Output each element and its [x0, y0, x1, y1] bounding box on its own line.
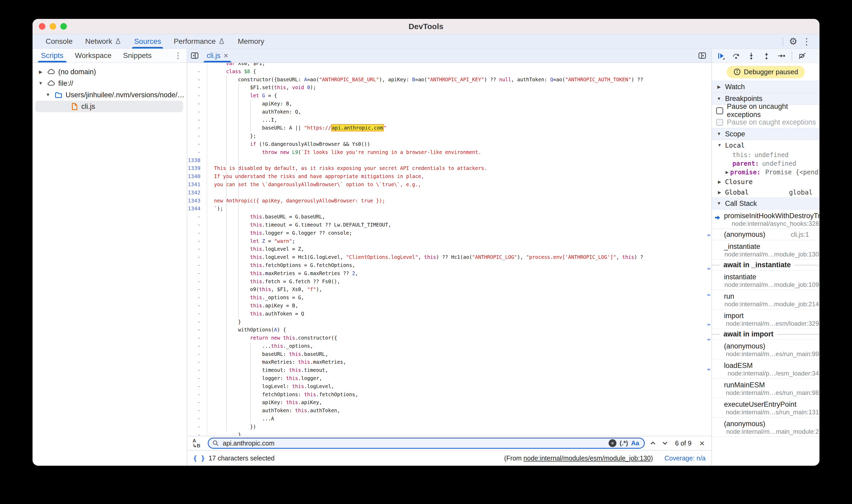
line-gutter[interactable]: - [187, 213, 207, 221]
code-editor[interactable]: var Xs0, $F1;- class $8 {- constructor({… [187, 63, 711, 436]
scope-group-local[interactable]: ▼Local [712, 140, 819, 150]
line-gutter[interactable]: - [187, 75, 207, 84]
code-line[interactable]: var Xs0, $F1; [187, 63, 711, 67]
checkbox[interactable] [716, 119, 723, 126]
tree-item-cli-js[interactable]: cli.js [35, 101, 183, 112]
line-gutter[interactable]: - [187, 326, 207, 334]
code-line[interactable]: - throw new L9(`It looks like you're run… [187, 148, 711, 156]
code-line[interactable]: 1339This is disabled by default, as it r… [187, 164, 711, 172]
line-gutter[interactable]: - [187, 253, 207, 261]
line-gutter[interactable]: 1342 [187, 188, 207, 197]
line-gutter[interactable]: - [187, 310, 207, 318]
line-gutter[interactable]: - [187, 229, 207, 237]
line-gutter[interactable]: - [187, 91, 207, 100]
code-line[interactable]: - } [187, 318, 711, 326]
callstack-frame[interactable]: instantiatenode:internal/m…module_job:10… [712, 271, 819, 290]
tree-item-users-jinhuilee-nvm-versions-node-v2-[interactable]: ▼Users/jinhuilee/.nvm/versions/node/v2… [33, 89, 187, 101]
line-gutter[interactable]: - [187, 407, 207, 415]
scope-section-header[interactable]: ▼ Scope [712, 128, 819, 140]
line-gutter[interactable]: - [187, 350, 207, 358]
code-line[interactable]: 1342 [187, 188, 711, 197]
code-line[interactable]: - logLevel: this.logLevel, [187, 382, 711, 391]
tab-memory[interactable]: Memory [231, 34, 270, 49]
callstack-frame[interactable]: _instantiatenode:internal/m…module_job:1… [712, 240, 819, 259]
match-case-toggle[interactable]: Aa [631, 439, 640, 447]
line-gutter[interactable]: - [187, 67, 207, 75]
tab-network[interactable]: Network [79, 34, 128, 49]
code-line[interactable]: - }; [187, 132, 711, 140]
line-gutter[interactable]: - [187, 382, 207, 391]
pretty-print-icon[interactable]: { } [193, 454, 205, 462]
line-gutter[interactable]: - [187, 398, 207, 407]
line-gutter[interactable]: - [187, 148, 207, 156]
code-line[interactable]: - this.logLevel = Hc1(G.logLevel, "Clien… [187, 253, 711, 261]
main-menu-kebab-icon[interactable]: ⋮ [800, 37, 814, 46]
scope-group-global[interactable]: ▶Globalglobal [712, 187, 819, 197]
chevron-down-icon[interactable]: ▼ [37, 81, 44, 86]
code-line[interactable]: - logger: this.logger, [187, 374, 711, 382]
settings-gear-icon[interactable]: ⚙ [789, 37, 797, 46]
line-gutter[interactable]: 1338 [187, 156, 207, 164]
code-line[interactable]: - this.baseURL = G.baseURL, [187, 213, 711, 221]
line-gutter[interactable]: - [187, 366, 207, 374]
tree-item-file-[interactable]: ▼file:// [33, 78, 187, 89]
code-line[interactable]: - return new this.constructor({ [187, 334, 711, 342]
tree-item--no-domain-[interactable]: ▶(no domain) [33, 66, 187, 78]
source-origin-link[interactable]: node:internal/modules/esm/module_job:130 [523, 454, 651, 462]
step-out-button[interactable] [760, 50, 773, 61]
editor-tab-clijs[interactable]: cli.js × [202, 49, 233, 62]
breakpoint-option[interactable]: Pause on caught exceptions [712, 116, 819, 128]
step-over-button[interactable] [729, 50, 743, 61]
line-gutter[interactable]: - [187, 108, 207, 116]
code-line[interactable]: - authToken: Q, [187, 108, 711, 116]
code-line[interactable]: - baseURL: this.baseURL, [187, 350, 711, 358]
toggle-replace-icon[interactable]: A↳B [193, 438, 203, 448]
navigator-tab-snippets[interactable]: Snippets [117, 49, 157, 62]
code-line[interactable]: - withOptions(A) { [187, 326, 711, 334]
regex-toggle[interactable]: (.*) [620, 439, 628, 447]
code-line[interactable]: 1343new Anthropic({ apiKey, dangerouslyA… [187, 197, 711, 205]
line-gutter[interactable]: 1340 [187, 172, 207, 180]
code-line[interactable]: 1340If you understand the risks and have… [187, 172, 711, 180]
code-line[interactable]: - this.logLevel = Z, [187, 245, 711, 253]
code-line[interactable]: - } [187, 431, 711, 436]
callstack-frame[interactable]: importnode:internal/m…esm/loader:329 [712, 309, 819, 329]
code-line[interactable]: - authToken: this.authToken, [187, 407, 711, 415]
line-gutter[interactable]: - [187, 277, 207, 286]
code-line[interactable]: - let G = { [187, 91, 711, 100]
line-gutter[interactable]: - [187, 124, 207, 132]
line-gutter[interactable]: - [187, 342, 207, 350]
scope-group-closure[interactable]: ▶Closure [712, 177, 819, 187]
previous-match-icon[interactable] [649, 439, 657, 447]
line-gutter[interactable]: - [187, 84, 207, 91]
code-line[interactable]: - this.logger = G.logger ?? console; [187, 229, 711, 237]
call-stack-section-header[interactable]: ▼ Call Stack [712, 197, 819, 210]
code-line[interactable]: - maxRetries: this.maxRetries, [187, 358, 711, 366]
callstack-frame[interactable]: promiseInitHookWithDestroyTr…node:intern… [712, 210, 819, 229]
callstack-frame[interactable]: runMainESMnode:internal/m…es/run_main:98 [712, 379, 819, 398]
toggle-debugger-sidebar-icon[interactable] [697, 52, 711, 59]
code-line[interactable]: - o9(this, $F1, Xs0, "f"), [187, 285, 711, 293]
code-line[interactable]: - this.apiKey = B, [187, 302, 711, 310]
tab-performance[interactable]: Performance [167, 34, 231, 49]
code-line[interactable]: - this.timeout = G.timeout ?? Lw.DEFAULT… [187, 221, 711, 229]
line-gutter[interactable]: - [187, 269, 207, 277]
step-button[interactable] [775, 50, 788, 61]
line-gutter[interactable]: 1339 [187, 164, 207, 172]
line-gutter[interactable]: - [187, 318, 207, 326]
callstack-frame[interactable]: (anonymous)node:internal/m…main_module:2 [712, 417, 819, 437]
line-gutter[interactable]: - [187, 245, 207, 253]
code-line[interactable]: - this.fetch = G.fetch ?? Fs0(), [187, 277, 711, 286]
code-line[interactable]: 1344`); [187, 204, 711, 213]
code-line[interactable]: - ...I, [187, 116, 711, 124]
search-field[interactable]: × (.*) Aa [208, 438, 645, 449]
code-line[interactable]: - this._options = G, [187, 293, 711, 302]
close-find-bar-icon[interactable]: × [698, 438, 706, 448]
line-gutter[interactable]: - [187, 221, 207, 229]
step-into-button[interactable] [744, 50, 758, 61]
hide-navigator-icon[interactable] [187, 52, 202, 59]
callstack-frame[interactable]: (anonymous)node:internal/m…es/run_main:9… [712, 340, 819, 359]
code-line[interactable]: 1338 [187, 156, 711, 164]
code-line[interactable]: - fetchOptions: this.fetchOptions, [187, 391, 711, 399]
callstack-frame[interactable]: runnode:internal/m…module_job:214 [712, 290, 819, 309]
